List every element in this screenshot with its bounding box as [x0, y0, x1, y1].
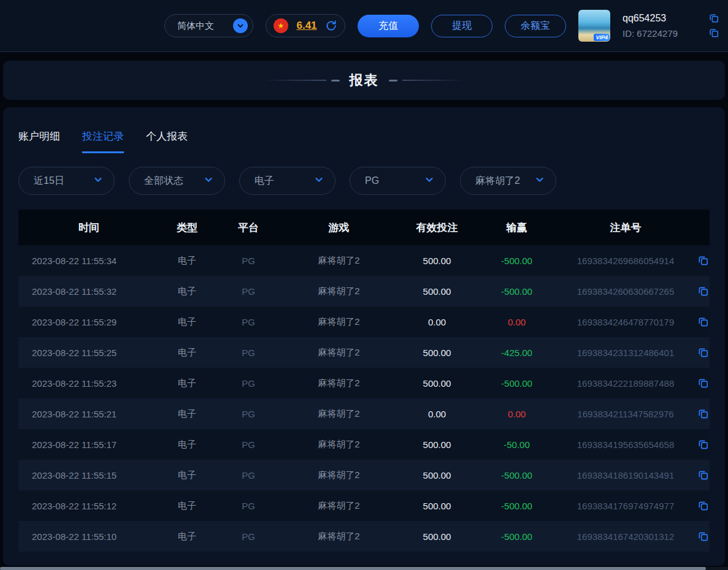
scrollbar-thumb[interactable]: [0, 567, 706, 570]
cell-win-lose: -500.00: [478, 256, 555, 266]
col-header-game: 游戏: [282, 221, 396, 235]
cell-game: 麻将胡了2: [282, 408, 396, 420]
bet-records-table: 时间 类型 平台 游戏 有效投注 输赢 注单号 2023-08-22 11:55…: [18, 210, 710, 552]
table-row: 2023-08-22 11:55:34 电子 PG 麻将胡了2 500.00 -…: [18, 245, 710, 276]
copy-username-icon[interactable]: [708, 13, 719, 24]
cell-order-id: 1693834222189887488: [555, 378, 696, 389]
cell-type: 电子: [159, 378, 215, 389]
yuebao-button[interactable]: 余额宝: [505, 15, 566, 37]
cell-order-id: 1693834269686054914: [555, 256, 696, 266]
cell-valid-bet: 0.00: [396, 317, 478, 327]
table-row: 2023-08-22 11:55:12 电子 PG 麻将胡了2 500.00 -…: [18, 490, 710, 521]
cell-type: 电子: [159, 316, 215, 328]
filter-status-value: 全部状态: [144, 175, 183, 188]
cell-type: 电子: [159, 439, 215, 450]
withdraw-button[interactable]: 提现: [431, 15, 492, 37]
language-selector[interactable]: 简体中文: [164, 14, 253, 37]
user-info: qq654253 ID: 67224279: [623, 13, 719, 39]
tab-personal-report[interactable]: 个人报表: [146, 129, 188, 153]
exchange-rate-value[interactable]: 6.41: [296, 20, 316, 32]
cell-type: 电子: [159, 469, 215, 481]
cell-time: 2023-08-22 11:55:29: [18, 317, 159, 327]
copy-order-icon[interactable]: [697, 316, 709, 328]
user-id: ID: 67224279: [623, 28, 678, 39]
cell-platform: PG: [215, 317, 282, 327]
cell-game: 麻将胡了2: [282, 347, 396, 359]
cell-order-id: 1693834231312486401: [555, 348, 696, 358]
filter-status[interactable]: 全部状态: [129, 167, 225, 195]
chevron-down-icon: [535, 175, 545, 187]
copy-order-icon[interactable]: [697, 439, 709, 450]
cell-time: 2023-08-22 11:55:34: [18, 256, 159, 266]
chevron-down-icon: [424, 175, 434, 187]
cell-game: 麻将胡了2: [282, 378, 396, 389]
copy-order-icon[interactable]: [697, 408, 709, 420]
col-header-time: 时间: [18, 221, 159, 235]
cell-win-lose: -500.00: [478, 501, 555, 511]
filter-date-range[interactable]: 近15日: [18, 167, 115, 195]
topbar: 简体中文 ★ 6.41 充值 提现 余额宝 VIP4 qq654253 ID: …: [0, 0, 728, 52]
exchange-rate-widget[interactable]: ★ 6.41: [266, 14, 345, 37]
copy-order-icon[interactable]: [697, 347, 709, 359]
cell-type: 电子: [159, 408, 215, 420]
tabs-bar: 账户明细 投注记录 个人报表: [18, 129, 710, 153]
copy-order-icon[interactable]: [697, 255, 709, 267]
filter-category[interactable]: 电子: [239, 167, 335, 195]
horizontal-scrollbar[interactable]: [0, 567, 728, 570]
cell-type: 电子: [159, 286, 215, 297]
cell-valid-bet: 0.00: [396, 409, 478, 419]
copy-order-icon[interactable]: [697, 531, 709, 542]
cell-type: 电子: [159, 255, 215, 267]
copy-order-icon[interactable]: [697, 286, 709, 297]
table-row: 2023-08-22 11:55:32 电子 PG 麻将胡了2 500.00 -…: [18, 276, 710, 306]
cell-order-id: 1693834167420301312: [555, 531, 696, 542]
tab-account-details[interactable]: 账户明细: [18, 129, 60, 153]
copy-order-icon[interactable]: [697, 500, 709, 512]
page-title-panel: 报表: [3, 61, 725, 100]
filter-platform[interactable]: PG: [350, 167, 446, 195]
copy-userid-icon[interactable]: [708, 28, 719, 39]
chevron-down-icon: [314, 175, 324, 187]
cell-valid-bet: 500.00: [396, 531, 478, 542]
copy-order-icon[interactable]: [697, 469, 709, 481]
cell-time: 2023-08-22 11:55:23: [18, 378, 159, 389]
recharge-button[interactable]: 充值: [358, 15, 419, 37]
cell-time: 2023-08-22 11:55:10: [18, 531, 159, 542]
cell-game: 麻将胡了2: [282, 439, 396, 450]
filter-game[interactable]: 麻将胡了2: [460, 167, 556, 195]
cell-valid-bet: 500.00: [396, 348, 478, 358]
page-title: 报表: [350, 71, 379, 89]
avatar[interactable]: VIP4: [578, 10, 610, 42]
cell-order-id: 1693834211347582976: [555, 409, 696, 419]
refresh-icon[interactable]: [325, 20, 337, 32]
col-header-win-lose: 输赢: [478, 221, 555, 235]
table-row: 2023-08-22 11:55:10 电子 PG 麻将胡了2 500.00 -…: [18, 521, 710, 552]
table-row: 2023-08-22 11:55:23 电子 PG 麻将胡了2 500.00 -…: [18, 368, 710, 398]
copy-order-icon[interactable]: [697, 378, 709, 389]
username: qq654253: [623, 13, 666, 24]
filters-bar: 近15日 全部状态 电子 PG 麻将胡了2: [18, 167, 710, 195]
title-decoration-left: [265, 80, 340, 82]
table-row: 2023-08-22 11:55:15 电子 PG 麻将胡了2 500.00 -…: [18, 460, 710, 490]
vip-badge: VIP4: [594, 34, 610, 41]
cell-game: 麻将胡了2: [282, 286, 396, 297]
cell-game: 麻将胡了2: [282, 255, 396, 267]
table-row: 2023-08-22 11:55:25 电子 PG 麻将胡了2 500.00 -…: [18, 337, 710, 368]
table-header: 时间 类型 平台 游戏 有效投注 输赢 注单号: [18, 210, 710, 245]
cell-platform: PG: [215, 470, 282, 481]
cell-time: 2023-08-22 11:55:25: [18, 348, 159, 358]
filter-platform-value: PG: [365, 175, 379, 186]
cell-order-id: 1693834186190143491: [555, 470, 696, 481]
cell-type: 电子: [159, 531, 215, 542]
tab-bet-records[interactable]: 投注记录: [82, 129, 124, 153]
cell-game: 麻将胡了2: [282, 316, 396, 328]
filter-date-range-value: 近15日: [34, 175, 64, 188]
cell-order-id: 1693834246478770179: [555, 317, 696, 327]
chevron-down-icon: [204, 175, 213, 187]
cell-time: 2023-08-22 11:55:21: [18, 409, 159, 419]
cell-game: 麻将胡了2: [282, 531, 396, 542]
cell-win-lose: -500.00: [478, 531, 555, 542]
cell-valid-bet: 500.00: [396, 501, 478, 511]
cell-platform: PG: [215, 531, 282, 542]
cell-valid-bet: 500.00: [396, 378, 478, 389]
